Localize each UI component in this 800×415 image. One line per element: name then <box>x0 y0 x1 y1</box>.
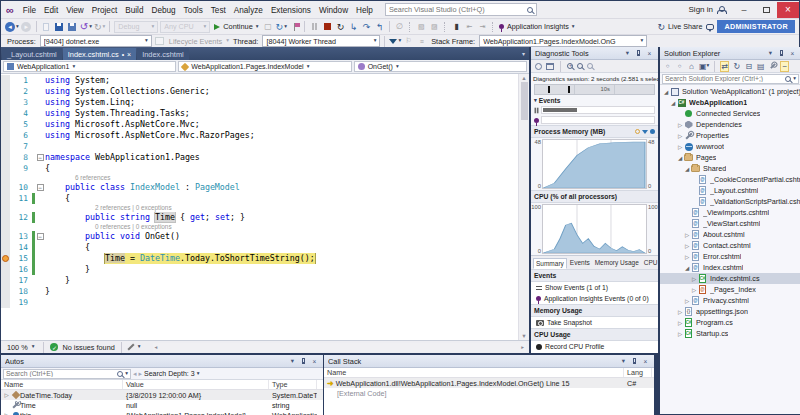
collapsed-icon[interactable]: ▷ <box>683 232 691 238</box>
fold-marker-icon[interactable]: − <box>37 154 44 161</box>
codelens-text[interactable]: 2 references | 0 exceptions <box>45 204 518 212</box>
collapsed-icon[interactable]: ▷ <box>683 243 691 249</box>
zoom-in-icon[interactable] <box>567 63 573 69</box>
tree-item[interactable]: ▷{}appsettings.json <box>660 306 800 317</box>
sync-with-active-document-icon[interactable]: ⇄ <box>720 61 729 72</box>
filter-icon[interactable] <box>642 130 648 134</box>
menu-view[interactable]: View <box>62 4 88 17</box>
collapsed-icon[interactable]: ▷ <box>676 133 684 139</box>
menu-project[interactable]: Project <box>88 4 121 17</box>
summary-item[interactable]: Record CPU Profile <box>531 341 658 352</box>
live-share-button[interactable]: ↻ Live Share <box>658 21 703 33</box>
column-header-name[interactable]: Name <box>1 380 123 389</box>
tab-events[interactable]: Events <box>568 258 592 269</box>
autos-search-box[interactable]: ▾ <box>3 369 131 379</box>
expanded-icon[interactable]: ◢ <box>683 166 691 172</box>
tab-memory-usage[interactable]: Memory Usage <box>593 258 641 269</box>
pin-icon[interactable] <box>637 50 640 56</box>
breakpoint-gutter[interactable] <box>1 75 10 86</box>
back-icon[interactable]: ○ <box>663 61 672 72</box>
collapsed-icon[interactable]: ▷ <box>676 309 684 315</box>
export-icon[interactable] <box>546 63 554 70</box>
column-header-value[interactable]: Value <box>123 380 269 389</box>
tree-item[interactable]: ◢Solution 'WebApplication1' (1 project) <box>660 86 800 97</box>
solution-explorer-header[interactable]: Solution Explorer ▾ × <box>660 47 800 60</box>
uncomment-icon[interactable]: ▨ <box>429 21 440 33</box>
autos-header[interactable]: Autos ▾ × <box>1 355 323 368</box>
tree-item[interactable]: ◢Pages <box>660 152 800 163</box>
maximize-button[interactable] <box>755 2 777 18</box>
breakpoint-gutter[interactable] <box>1 86 10 97</box>
tree-item[interactable]: ▷C#Index.cshtml.cs <box>660 273 800 284</box>
tree-item[interactable]: @_ValidationScriptsPartial.cshtml <box>660 196 800 207</box>
expanded-icon[interactable]: ◢ <box>662 89 670 95</box>
solution-configuration-dropdown[interactable]: Debug▾ <box>114 21 158 33</box>
bookmark-icon[interactable]: ▮ <box>451 21 462 33</box>
breakpoint-gutter[interactable] <box>1 231 10 242</box>
expanded-icon[interactable]: ◢ <box>676 155 684 161</box>
step-into-button[interactable]: ↳ <box>348 21 359 33</box>
tree-item[interactable]: @_Layout.cshtml <box>660 185 800 196</box>
tree-item[interactable]: ▷@_Pages_Index <box>660 284 800 295</box>
tree-item[interactable]: ▷wwwroot <box>660 141 800 152</box>
breakpoint-gutter[interactable] <box>1 264 10 275</box>
snapshot-marker-icon[interactable] <box>635 129 640 134</box>
properties-icon[interactable] <box>768 61 777 72</box>
breakpoint-gutter[interactable] <box>1 275 10 286</box>
collapsed-icon[interactable]: ▷ <box>676 320 684 326</box>
tab-index.cshtml.cs[interactable]: Index.cshtml.cs•× <box>63 48 136 60</box>
tree-item[interactable]: ▷C#Program.cs <box>660 317 800 328</box>
solution-explorer-search-box[interactable]: ▾ <box>662 74 799 84</box>
intellitrace-flag-icon[interactable] <box>289 21 300 33</box>
home-icon[interactable]: ⌂ <box>687 61 696 72</box>
breakpoint-gutter[interactable] <box>1 193 10 204</box>
pen-icon[interactable] <box>127 343 134 350</box>
tree-item[interactable]: ▷Properties <box>660 130 800 141</box>
step-out-button[interactable]: ↰ <box>374 21 385 33</box>
save-all-button[interactable] <box>67 21 78 33</box>
thread-filter-icon[interactable]: ▾ <box>389 35 401 47</box>
forward-icon[interactable]: ○ <box>675 61 684 72</box>
code-editor[interactable]: 1using System;2using System.Collections.… <box>1 74 518 340</box>
menu-help[interactable]: Help <box>352 4 377 17</box>
window-menu-icon[interactable]: ▾ <box>623 49 632 57</box>
pin-icon[interactable] <box>302 358 305 364</box>
menu-build[interactable]: Build <box>121 4 147 17</box>
search-forward-icon[interactable]: ▸ <box>139 370 143 377</box>
breakpoint-gutter[interactable] <box>1 97 10 108</box>
tree-item[interactable]: ▷@Privacy.cshtml <box>660 295 800 306</box>
navigate-forward-button[interactable]: ▸ <box>21 21 32 33</box>
tab-list-dropdown-icon[interactable]: ▾ <box>522 50 529 60</box>
menu-tools[interactable]: Tools <box>180 4 207 17</box>
fold-marker-icon[interactable]: − <box>37 233 44 240</box>
application-insights-button[interactable]: Application Insights ▾ <box>499 21 575 33</box>
tree-item[interactable]: ◢C#WebApplication1 <box>660 97 800 108</box>
settings-gear-icon[interactable] <box>535 63 542 70</box>
tree-item[interactable]: @_CookieConsentPartial.cshtml <box>660 174 800 185</box>
tab-index.cshtml[interactable]: Index.cshtml <box>137 48 189 60</box>
feedback-button[interactable] <box>704 21 715 33</box>
zoom-level-dropdown[interactable]: 100 %▾ <box>4 342 37 353</box>
member-dropdown[interactable]: OnGet()▾ <box>354 61 527 72</box>
collapsed-icon[interactable]: ▷ <box>683 254 691 260</box>
collapsed-icon[interactable]: ▷ <box>690 276 698 282</box>
preview-selected-icon[interactable]: − <box>780 61 789 72</box>
breakpoint-gutter[interactable] <box>1 130 10 141</box>
menu-debug[interactable]: Debug <box>147 4 179 17</box>
code-map-icon[interactable]: ∅ <box>394 21 405 33</box>
restart-debugging-button[interactable]: ↻ <box>335 21 346 33</box>
menu-extensions[interactable]: Extensions <box>267 4 315 17</box>
tree-item[interactable]: ▷@About.cshtml <box>660 229 800 240</box>
autos-row[interactable]: Timenullstring <box>1 400 323 410</box>
breakpoint-gutter[interactable] <box>1 182 10 193</box>
menu-edit[interactable]: Edit <box>40 4 62 17</box>
comment-icon[interactable]: ▧ <box>416 21 427 33</box>
autos-row[interactable]: ▷this{WebApplication1.Pages.IndexModel}W… <box>1 410 323 415</box>
close-icon[interactable]: × <box>788 50 797 57</box>
tree-item[interactable]: @_ViewStart.cshtml <box>660 218 800 229</box>
lifecycle-events-icon[interactable] <box>154 35 165 47</box>
tree-item[interactable]: ◢@Index.cshtml <box>660 262 800 273</box>
sign-in-button[interactable]: Sign in <box>681 5 733 14</box>
quick-search-input[interactable] <box>389 5 524 14</box>
breakpoint-gutter[interactable] <box>1 152 10 163</box>
